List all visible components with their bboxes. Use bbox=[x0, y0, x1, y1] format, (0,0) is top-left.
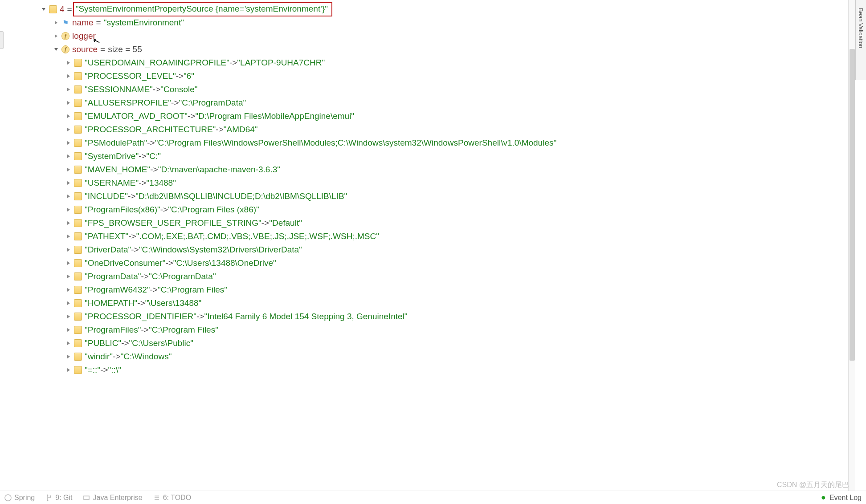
tree-row-root[interactable]: 4 = "SystemEnvironmentPropertySource {na… bbox=[0, 3, 866, 16]
chevron-right-icon[interactable] bbox=[65, 179, 72, 187]
entry-arrow: -> bbox=[141, 272, 148, 281]
svg-point-1 bbox=[47, 494, 49, 496]
chevron-right-icon[interactable] bbox=[65, 246, 72, 253]
entry-value: "::\" bbox=[108, 365, 121, 375]
chevron-right-icon[interactable] bbox=[65, 99, 72, 106]
tree-row-name[interactable]: ⚑ name = "systemEnvironment" bbox=[0, 16, 866, 29]
chevron-down-icon[interactable] bbox=[40, 6, 47, 13]
right-tool-strip[interactable]: Bean Validation bbox=[855, 0, 866, 80]
flag-icon: ⚑ bbox=[61, 19, 69, 27]
chevron-right-icon[interactable] bbox=[65, 193, 72, 200]
map-entry-icon bbox=[74, 366, 82, 374]
tree-row-entry[interactable]: "PUBLIC" -> "C:\Users\Public" bbox=[0, 337, 866, 350]
chevron-right-icon[interactable] bbox=[65, 233, 72, 240]
scrollbar-thumb[interactable] bbox=[850, 49, 855, 361]
chevron-right-icon[interactable] bbox=[65, 366, 72, 374]
entry-value: "D:\Program Files\MobileAppEngine\emui" bbox=[195, 111, 354, 121]
map-entry-icon bbox=[74, 232, 82, 240]
tree-row-entry[interactable]: "SystemDrive" -> "C:" bbox=[0, 150, 866, 163]
tree-row-source[interactable]: f source = size = 55 bbox=[0, 43, 866, 56]
tree-row-entry[interactable]: "PSModulePath" -> "C:\Program Files\Wind… bbox=[0, 136, 866, 150]
chevron-right-icon[interactable] bbox=[65, 313, 72, 320]
map-entry-icon bbox=[74, 72, 82, 80]
chevron-down-icon[interactable] bbox=[53, 46, 60, 53]
chevron-right-icon[interactable] bbox=[65, 166, 72, 173]
index-label: 4 bbox=[60, 4, 65, 14]
tab-git[interactable]: 9: Git bbox=[45, 494, 72, 502]
entry-key: "ProgramData" bbox=[85, 272, 141, 281]
chevron-right-icon[interactable] bbox=[65, 273, 72, 280]
chevron-right-icon[interactable] bbox=[65, 353, 72, 360]
svg-rect-4 bbox=[84, 496, 89, 500]
map-entry-icon bbox=[74, 339, 82, 347]
event-log-tab[interactable]: Event Log bbox=[829, 494, 862, 502]
chevron-right-icon[interactable] bbox=[53, 33, 60, 40]
chevron-right-icon[interactable] bbox=[65, 86, 72, 93]
chevron-right-icon[interactable] bbox=[65, 153, 72, 160]
java-ee-icon bbox=[83, 494, 90, 501]
tree-row-entry[interactable]: "ProgramFiles" -> "C:\Program Files" bbox=[0, 323, 866, 337]
svg-point-3 bbox=[50, 495, 51, 496]
entry-arrow: -> bbox=[137, 298, 145, 308]
entry-arrow: -> bbox=[150, 285, 158, 295]
tree-row-entry[interactable]: "OneDriveConsumer" -> "C:\Users\13488\On… bbox=[0, 256, 866, 270]
chevron-right-icon[interactable] bbox=[65, 113, 72, 120]
tree-row-entry[interactable]: "PATHEXT" -> ".COM;.EXE;.BAT;.CMD;.VBS;.… bbox=[0, 230, 866, 243]
entry-value: "LAPTOP-9UHA7CHR" bbox=[237, 58, 325, 68]
tree-row-entry[interactable]: "FPS_BROWSER_USER_PROFILE_STRING" -> "De… bbox=[0, 216, 866, 230]
tree-row-entry[interactable]: "EMULATOR_AVD_ROOT" -> "D:\Program Files… bbox=[0, 110, 866, 123]
tab-spring[interactable]: Spring bbox=[4, 494, 35, 502]
chevron-right-icon[interactable] bbox=[53, 19, 60, 26]
map-entry-icon bbox=[74, 313, 82, 321]
entry-value: "D:\db2\IBM\SQLLIB\INCLUDE;D:\db2\IBM\SQ… bbox=[135, 191, 347, 201]
tree-row-entry[interactable]: "USERNAME" -> "13488" bbox=[0, 176, 866, 190]
entry-key: "ProgramW6432" bbox=[85, 285, 150, 295]
chevron-right-icon[interactable] bbox=[65, 126, 72, 133]
tree-row-entry[interactable]: "USERDOMAIN_ROAMINGPROFILE" -> "LAPTOP-9… bbox=[0, 56, 866, 69]
source-size: size = 55 bbox=[108, 45, 142, 54]
tree-row-entry[interactable]: "windir" -> "C:\Windows" bbox=[0, 350, 866, 363]
entry-key: "PROCESSOR_LEVEL" bbox=[85, 71, 176, 81]
chevron-right-icon[interactable] bbox=[65, 340, 72, 347]
entry-arrow: -> bbox=[150, 165, 158, 175]
tree-row-entry[interactable]: "ProgramData" -> "C:\ProgramData" bbox=[0, 270, 866, 283]
scrollbar-track[interactable] bbox=[848, 0, 855, 504]
watermark-text: CSDN @五月天的尾巴 bbox=[777, 480, 849, 490]
entry-key: "HOMEPATH" bbox=[85, 298, 137, 308]
tree-row-entry[interactable]: "PROCESSOR_ARCHITECTURE" -> "AMD64" bbox=[0, 123, 866, 136]
entry-arrow: -> bbox=[141, 325, 148, 335]
entry-key: "PROCESSOR_IDENTIFIER" bbox=[85, 312, 196, 321]
chevron-right-icon[interactable] bbox=[65, 219, 72, 227]
entry-key: "SESSIONNAME" bbox=[85, 85, 153, 94]
tree-row-logger[interactable]: f logger bbox=[0, 29, 866, 43]
chevron-right-icon[interactable] bbox=[65, 260, 72, 267]
chevron-right-icon[interactable] bbox=[65, 286, 72, 293]
tree-row-entry[interactable]: "ProgramFiles(x86)" -> "C:\Program Files… bbox=[0, 203, 866, 216]
chevron-right-icon[interactable] bbox=[65, 206, 72, 213]
tree-row-entry[interactable]: "SESSIONNAME" -> "Console" bbox=[0, 83, 866, 96]
status-bar: Spring 9: Git Java Enterprise 6: TODO ● … bbox=[0, 491, 866, 504]
left-collapsed-panel[interactable] bbox=[0, 31, 4, 49]
entry-arrow: -> bbox=[261, 218, 269, 228]
entry-arrow: -> bbox=[196, 312, 204, 321]
tree-row-entry[interactable]: "ALLUSERSPROFILE" -> "C:\ProgramData" bbox=[0, 96, 866, 110]
chevron-right-icon[interactable] bbox=[65, 139, 72, 146]
tree-row-entry[interactable]: "ProgramW6432" -> "C:\Program Files" bbox=[0, 283, 866, 297]
tree-row-entry[interactable]: "PROCESSOR_LEVEL" -> "6" bbox=[0, 69, 866, 83]
tab-java-enterprise[interactable]: Java Enterprise bbox=[83, 494, 142, 502]
tab-todo[interactable]: 6: TODO bbox=[153, 494, 191, 502]
tree-row-entry[interactable]: "=::" -> "::\" bbox=[0, 363, 866, 377]
chevron-right-icon[interactable] bbox=[65, 300, 72, 307]
tree-row-entry[interactable]: "MAVEN_HOME" -> "D:\maven\apache-maven-3… bbox=[0, 163, 866, 176]
chevron-right-icon[interactable] bbox=[65, 59, 72, 66]
chevron-right-icon[interactable] bbox=[65, 326, 72, 333]
chevron-right-icon[interactable] bbox=[65, 73, 72, 80]
tree-row-entry[interactable]: "PROCESSOR_IDENTIFIER" -> "Intel64 Famil… bbox=[0, 310, 866, 323]
tree-row-entry[interactable]: "INCLUDE" -> "D:\db2\IBM\SQLLIB\INCLUDE;… bbox=[0, 190, 866, 203]
equals: = bbox=[98, 45, 108, 54]
map-entry-icon bbox=[74, 166, 82, 174]
tree-row-entry[interactable]: "HOMEPATH" -> "\Users\13488" bbox=[0, 297, 866, 310]
bean-validation-tab[interactable]: Bean Validation bbox=[858, 8, 864, 48]
tree-row-entry[interactable]: "DriverData" -> "C:\Windows\System32\Dri… bbox=[0, 243, 866, 256]
entry-value: "C:\Program Files" bbox=[158, 285, 227, 295]
